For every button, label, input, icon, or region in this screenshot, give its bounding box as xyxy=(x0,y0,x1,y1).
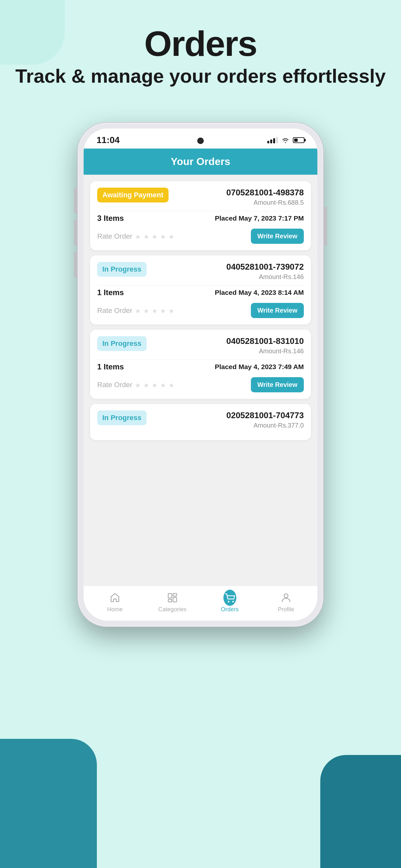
write-review-btn-1[interactable]: Write Review xyxy=(251,228,304,244)
order-id-block-4: 0205281001-704773 Amount-Rs.377.0 xyxy=(226,410,304,429)
orders-list[interactable]: Awaiting Payment 0705281001-498378 Amoun… xyxy=(84,175,317,586)
order-card-4[interactable]: In Progress 0205281001-704773 Amount-Rs.… xyxy=(90,404,311,440)
svg-rect-3 xyxy=(168,599,172,602)
order-card-bottom-3: Rate Order ★ ★ ★ ★ ★ Write Review xyxy=(97,376,304,392)
order-number-4: 0205281001-704773 xyxy=(226,410,304,421)
camera-notch xyxy=(197,137,204,144)
order-amount-3: Amount-Rs.146 xyxy=(226,347,304,355)
status-icons xyxy=(267,137,305,144)
svg-rect-2 xyxy=(173,597,177,602)
stars-1: ★ ★ ★ ★ ★ xyxy=(135,233,176,240)
svg-point-4 xyxy=(227,601,229,602)
order-card-bottom-1: Rate Order ★ ★ ★ ★ ★ Write Review xyxy=(97,227,304,244)
rate-label-3: Rate Order xyxy=(97,381,132,389)
order-card-mid-1: 3 Items Placed May 7, 2023 7:17 PM xyxy=(97,213,304,223)
order-card-bottom-2: Rate Order ★ ★ ★ ★ ★ Write Review xyxy=(97,302,304,318)
rate-label-2: Rate Order xyxy=(97,306,132,315)
order-card-top-2: In Progress 0405281001-739072 Amount-Rs.… xyxy=(97,262,304,281)
star-2: ★ xyxy=(143,233,150,240)
home-icon xyxy=(109,591,121,604)
status-badge-awaiting-1: Awaiting Payment xyxy=(97,188,168,203)
nav-label-orders: Orders xyxy=(221,606,239,613)
phone-frame: 11:04 xyxy=(78,123,323,626)
stars-2: ★ ★ ★ ★ ★ xyxy=(135,307,176,314)
divider-3 xyxy=(97,360,304,360)
status-badge-inprogress-2: In Progress xyxy=(97,262,147,277)
phone-mockup: 11:04 xyxy=(78,123,323,626)
battery-icon xyxy=(293,137,305,143)
order-date-1: Placed May 7, 2023 7:17 PM xyxy=(215,214,304,222)
order-items-1: 3 Items xyxy=(97,214,124,223)
order-number-3: 0405281001-831010 xyxy=(226,336,304,346)
star-4: ★ xyxy=(160,233,167,240)
order-amount-2: Amount-Rs.146 xyxy=(226,273,304,281)
profile-icon xyxy=(280,591,292,604)
stars-3: ★ ★ ★ ★ ★ xyxy=(135,381,176,389)
divider-1 xyxy=(97,211,304,211)
nav-item-home[interactable]: Home xyxy=(102,591,128,613)
order-card-top-1: Awaiting Payment 0705281001-498378 Amoun… xyxy=(97,188,304,206)
rate-order-1: Rate Order ★ ★ ★ ★ ★ xyxy=(97,232,176,241)
order-card-top-4: In Progress 0205281001-704773 Amount-Rs.… xyxy=(97,410,304,429)
rate-label-1: Rate Order xyxy=(97,232,132,241)
order-items-2: 1 Items xyxy=(97,288,124,297)
svg-rect-0 xyxy=(168,593,172,598)
page-subtitle: Track & manage your orders effortlessly xyxy=(0,65,401,88)
order-number-1: 0705281001-498378 xyxy=(226,188,304,197)
star-1: ★ xyxy=(135,233,142,240)
status-bar: 11:04 xyxy=(84,128,317,149)
app-header-title: Your Orders xyxy=(171,156,230,167)
nav-item-orders[interactable]: Orders xyxy=(217,591,243,613)
rate-order-3: Rate Order ★ ★ ★ ★ ★ xyxy=(97,381,176,389)
order-amount-1: Amount-Rs.688.5 xyxy=(226,199,304,206)
nav-label-home: Home xyxy=(107,606,123,613)
status-badge-inprogress-4: In Progress xyxy=(97,410,147,425)
bg-decoration-bottom-left xyxy=(0,739,97,868)
write-review-btn-2[interactable]: Write Review xyxy=(251,303,304,318)
orders-icon xyxy=(223,591,236,604)
bg-decoration-bottom-right xyxy=(320,755,401,868)
order-card-top-3: In Progress 0405281001-831010 Amount-Rs.… xyxy=(97,336,304,355)
page-header: Orders Track & manage your orders effort… xyxy=(0,0,401,101)
order-id-block-1: 0705281001-498378 Amount-Rs.688.5 xyxy=(226,188,304,206)
nav-item-categories[interactable]: Categories xyxy=(158,591,186,613)
order-id-block-2: 0405281001-739072 Amount-Rs.146 xyxy=(226,262,304,281)
order-amount-4: Amount-Rs.377.0 xyxy=(226,422,304,429)
star-3: ★ xyxy=(152,233,159,240)
svg-point-6 xyxy=(284,594,288,598)
wifi-icon xyxy=(281,137,289,144)
categories-icon xyxy=(166,591,179,604)
order-card-mid-3: 1 Items Placed May 4, 2023 7:49 AM xyxy=(97,361,304,371)
write-review-btn-3[interactable]: Write Review xyxy=(251,377,304,392)
order-items-3: 1 Items xyxy=(97,362,124,371)
nav-label-categories: Categories xyxy=(158,606,186,613)
page-title: Orders xyxy=(0,26,401,61)
order-date-3: Placed May 4, 2023 7:49 AM xyxy=(215,363,304,371)
signal-icon xyxy=(267,137,278,144)
order-date-2: Placed May 4, 2023 8:14 AM xyxy=(215,289,304,297)
app-header: Your Orders xyxy=(84,149,317,175)
phone-screen: 11:04 xyxy=(84,128,317,621)
order-card-3[interactable]: In Progress 0405281001-831010 Amount-Rs.… xyxy=(90,330,311,399)
order-id-block-3: 0405281001-831010 Amount-Rs.146 xyxy=(226,336,304,355)
nav-item-profile[interactable]: Profile xyxy=(273,591,299,613)
rate-order-2: Rate Order ★ ★ ★ ★ ★ xyxy=(97,306,176,315)
nav-label-profile: Profile xyxy=(278,606,294,613)
svg-point-5 xyxy=(232,601,234,602)
order-number-2: 0405281001-739072 xyxy=(226,262,304,272)
order-card-1[interactable]: Awaiting Payment 0705281001-498378 Amoun… xyxy=(90,181,311,250)
status-time: 11:04 xyxy=(96,135,120,145)
order-card-2[interactable]: In Progress 0405281001-739072 Amount-Rs.… xyxy=(90,255,311,324)
status-badge-inprogress-3: In Progress xyxy=(97,336,147,351)
star-5: ★ xyxy=(168,233,176,240)
divider-2 xyxy=(97,285,304,285)
order-card-mid-2: 1 Items Placed May 4, 2023 8:14 AM xyxy=(97,287,304,297)
svg-rect-1 xyxy=(173,593,177,596)
bottom-nav: Home Categories xyxy=(84,586,317,621)
